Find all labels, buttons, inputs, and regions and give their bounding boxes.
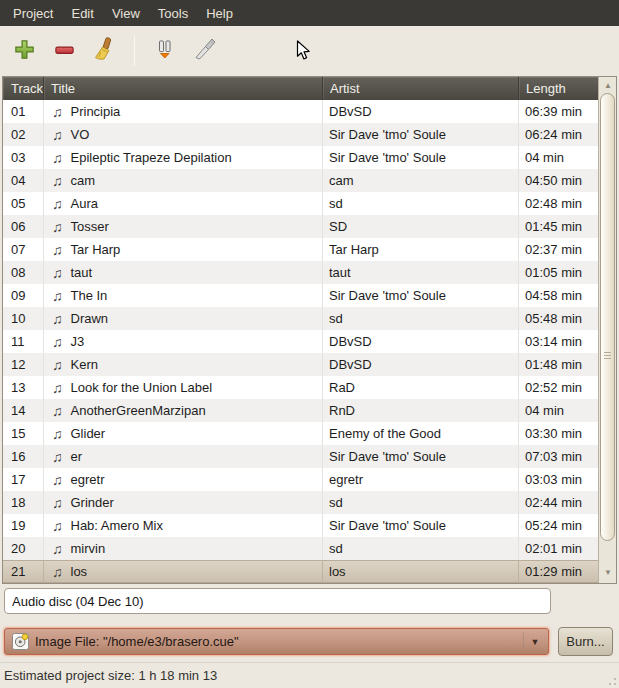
scrollbar-thumb[interactable] <box>600 93 615 541</box>
title-text: Epileptic Trapeze Depilation <box>71 150 232 165</box>
clear-project-button[interactable] <box>88 34 120 68</box>
artist-cell: SD <box>323 215 519 238</box>
music-note-icon: ♫ <box>52 150 63 166</box>
menu-tools[interactable]: Tools <box>149 2 197 25</box>
resize-grip[interactable] <box>605 674 617 686</box>
artist-cell: DBvSD <box>323 100 519 123</box>
music-note-icon: ♫ <box>52 127 63 143</box>
table-row[interactable]: 07♫Tar HarpTar Harp02:37 min <box>3 238 598 261</box>
table-row[interactable]: 05♫Aurasd02:48 min <box>3 192 598 215</box>
artist-cell: Sir Dave 'tmo' Soule <box>323 514 519 537</box>
artist-cell: egretr <box>323 468 519 491</box>
title-cell: ♫egretr <box>44 468 323 491</box>
music-note-icon: ♫ <box>52 541 63 557</box>
track-number-cell: 18 <box>3 491 44 514</box>
artist-cell: Enemy of the Good <box>323 422 519 445</box>
table-row[interactable]: 08♫tauttaut01:05 min <box>3 261 598 284</box>
project-size-text: Estimated project size: 1 h 18 min 13 <box>4 668 217 683</box>
title-cell: ♫Drawn <box>44 307 323 330</box>
table-row[interactable]: 03♫Epileptic Trapeze DepilationSir Dave … <box>3 146 598 169</box>
mouse-cursor <box>296 40 311 66</box>
title-text: egretr <box>71 472 105 487</box>
split-track-button[interactable] <box>189 34 221 68</box>
table-row[interactable]: 01♫PrincipiaDBvSD06:39 min <box>3 100 598 123</box>
track-number-cell: 12 <box>3 353 44 376</box>
title-text: Drawn <box>71 311 109 326</box>
table-row[interactable]: 15♫GliderEnemy of the Good03:30 min <box>3 422 598 445</box>
menubar: Project Edit View Tools Help <box>0 0 619 26</box>
menu-help[interactable]: Help <box>197 2 242 25</box>
table-row[interactable]: 04♫camcam04:50 min <box>3 169 598 192</box>
menu-view[interactable]: View <box>103 2 149 25</box>
column-header-title[interactable]: Title <box>44 77 323 100</box>
title-text: Kern <box>71 357 98 372</box>
length-cell: 02:48 min <box>519 192 598 215</box>
artist-cell: cam <box>323 169 519 192</box>
title-text: Aura <box>71 196 98 211</box>
statusbar: Estimated project size: 1 h 18 min 13 <box>0 662 619 688</box>
track-number-cell: 07 <box>3 238 44 261</box>
title-cell: ♫The In <box>44 284 323 307</box>
title-cell: ♫Tosser <box>44 215 323 238</box>
menu-edit[interactable]: Edit <box>62 2 102 25</box>
scalpel-icon <box>193 37 217 65</box>
menu-project[interactable]: Project <box>4 2 62 25</box>
title-text: taut <box>71 265 93 280</box>
track-number-cell: 10 <box>3 307 44 330</box>
length-cell: 04:58 min <box>519 284 598 307</box>
destination-label: Image File: "/home/e3/brasero.cue" <box>35 634 523 649</box>
table-row[interactable]: 02♫VOSir Dave 'tmo' Soule06:24 min <box>3 123 598 146</box>
destination-combobox[interactable]: Image File: "/home/e3/brasero.cue" ▼ <box>4 628 549 655</box>
table-row[interactable]: 12♫KernDBvSD01:48 min <box>3 353 598 376</box>
track-number-cell: 08 <box>3 261 44 284</box>
length-cell: 05:24 min <box>519 514 598 537</box>
table-row[interactable]: 18♫Grindersd02:44 min <box>3 491 598 514</box>
length-cell: 01:05 min <box>519 261 598 284</box>
toolbar-separator <box>134 36 135 66</box>
remove-tracks-button[interactable] <box>48 34 80 68</box>
title-text: Tosser <box>71 219 109 234</box>
plus-icon <box>13 38 36 65</box>
column-header-length[interactable]: Length <box>519 77 598 100</box>
track-list: 01♫PrincipiaDBvSD06:39 min02♫VOSir Dave … <box>3 100 598 583</box>
table-row[interactable]: 21♫loslos01:29 min <box>3 560 598 583</box>
table-row[interactable]: 11♫J3DBvSD03:14 min <box>3 330 598 353</box>
title-cell: ♫taut <box>44 261 323 284</box>
chevron-down-icon[interactable]: ▼ <box>526 637 544 647</box>
artist-cell: DBvSD <box>323 330 519 353</box>
title-cell: ♫los <box>44 560 323 583</box>
title-text: Hab: Amero Mix <box>71 518 163 533</box>
vertical-scrollbar[interactable]: ▲ ▼ <box>598 77 616 583</box>
table-row[interactable]: 09♫The InSir Dave 'tmo' Soule04:58 min <box>3 284 598 307</box>
table-row[interactable]: 06♫TosserSD01:45 min <box>3 215 598 238</box>
track-number-cell: 19 <box>3 514 44 537</box>
track-number-cell: 21 <box>3 560 44 583</box>
column-header-track[interactable]: Track <box>3 77 44 100</box>
table-row[interactable]: 20♫mirvinsd02:01 min <box>3 537 598 560</box>
title-text: The In <box>71 288 108 303</box>
pause-icon <box>154 38 176 64</box>
length-cell: 03:14 min <box>519 330 598 353</box>
title-cell: ♫Epileptic Trapeze Depilation <box>44 146 323 169</box>
scroll-down-icon[interactable]: ▼ <box>599 568 617 577</box>
title-cell: ♫Principia <box>44 100 323 123</box>
title-text: J3 <box>71 334 85 349</box>
column-header-artist[interactable]: Artist <box>323 77 519 100</box>
length-cell: 07:03 min <box>519 445 598 468</box>
table-row[interactable]: 17♫egretregretr03:03 min <box>3 468 598 491</box>
length-cell: 04 min <box>519 399 598 422</box>
title-text: Grinder <box>71 495 114 510</box>
disc-name-input[interactable] <box>4 588 551 614</box>
burn-button[interactable]: Burn... <box>558 627 613 656</box>
broom-icon <box>92 37 116 65</box>
add-tracks-button[interactable] <box>8 34 40 68</box>
table-row[interactable]: 10♫Drawnsd05:48 min <box>3 307 598 330</box>
scroll-up-icon[interactable]: ▲ <box>599 81 617 90</box>
table-row[interactable]: 13♫Look for the Union LabelRaD02:52 min <box>3 376 598 399</box>
table-row[interactable]: 16♫erSir Dave 'tmo' Soule07:03 min <box>3 445 598 468</box>
table-row[interactable]: 19♫Hab: Amero MixSir Dave 'tmo' Soule05:… <box>3 514 598 537</box>
artist-cell: Sir Dave 'tmo' Soule <box>323 146 519 169</box>
track-number-cell: 17 <box>3 468 44 491</box>
insert-pause-button[interactable] <box>149 34 181 68</box>
table-row[interactable]: 14♫AnotherGreenMarzipanRnD04 min <box>3 399 598 422</box>
